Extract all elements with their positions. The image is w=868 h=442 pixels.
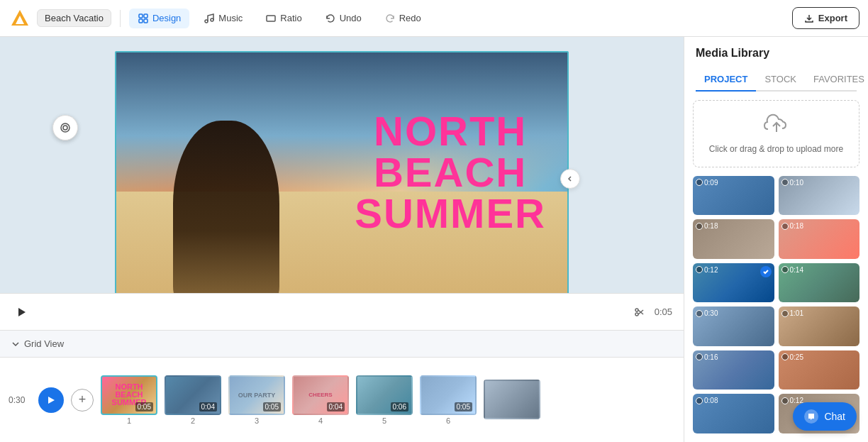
playback-bar: 0:05 — [0, 293, 684, 330]
svg-rect-8 — [267, 16, 275, 21]
media-check-5 — [760, 266, 772, 277]
upload-area[interactable]: Click or drag & drop to upload more — [693, 100, 859, 167]
design-icon — [138, 13, 149, 24]
clip-thumb-3[interactable]: OUR PARTY 0:05 — [228, 375, 285, 415]
canvas-area: NORTH BEACH SUMMER — [0, 37, 684, 293]
media-duration-9: 0:16 — [696, 353, 718, 361]
media-item-7[interactable]: 0:30 — [693, 306, 774, 346]
media-library-title: Media Library — [696, 47, 857, 60]
canvas-text: NORTH BEACH SUMMER — [355, 111, 546, 234]
svg-rect-4 — [139, 19, 143, 23]
clip-1[interactable]: NORTHBEACHSUMMER 0:05 1 — [101, 375, 157, 425]
media-duration-1: 0:09 — [696, 179, 718, 187]
logo — [9, 7, 31, 30]
svg-marker-15 — [18, 308, 26, 316]
media-item-4[interactable]: 0:18 — [779, 219, 860, 259]
chat-btn[interactable]: Chat — [793, 402, 857, 431]
media-item-3[interactable]: 0:18 — [693, 219, 774, 259]
design-btn[interactable]: Design — [129, 9, 189, 28]
media-duration-6: 0:14 — [781, 266, 803, 274]
clip-thumb-7[interactable] — [484, 380, 540, 419]
play-button-small[interactable] — [11, 302, 31, 322]
redo-icon — [384, 13, 396, 24]
media-duration-11: 0:08 — [696, 397, 718, 404]
export-icon — [804, 13, 814, 23]
media-item-8[interactable]: 1:01 — [779, 306, 860, 346]
clip-5[interactable]: 0:06 5 — [356, 375, 413, 425]
media-item-9[interactable]: 0:16 — [693, 350, 774, 390]
clip-thumb-1[interactable]: NORTHBEACHSUMMER 0:05 — [101, 375, 157, 415]
media-duration-3: 0:18 — [696, 222, 718, 230]
clip-thumb-4[interactable]: CHEERS 0:04 — [292, 375, 349, 415]
ratio-btn[interactable]: Ratio — [257, 9, 310, 28]
add-clip-btn[interactable]: + — [71, 389, 94, 411]
export-btn[interactable]: Export — [792, 7, 859, 29]
main-content: NORTH BEACH SUMMER — [0, 37, 868, 442]
tab-favorites[interactable]: FAVORITES — [805, 68, 868, 92]
grid-view-bar: Grid View — [0, 330, 684, 357]
filter-btn[interactable] — [52, 115, 78, 140]
clip-6[interactable]: 0:05 6 — [420, 375, 477, 425]
music-btn[interactable]: Music — [195, 9, 251, 28]
chat-icon — [804, 409, 818, 424]
svg-point-6 — [205, 20, 208, 23]
canvas-wrapper: NORTH BEACH SUMMER — [0, 37, 684, 293]
ratio-icon — [265, 13, 277, 24]
clip-2[interactable]: 0:04 2 — [165, 375, 221, 425]
media-item-6[interactable]: 0:14 — [779, 263, 860, 303]
upload-text: Click or drag & drop to upload more — [709, 143, 843, 155]
media-duration-5: 0:12 — [696, 266, 718, 274]
media-item-2[interactable]: 0:10 — [779, 176, 860, 216]
redo-btn[interactable]: Redo — [376, 9, 430, 28]
music-icon — [204, 13, 215, 24]
svg-rect-3 — [144, 14, 148, 18]
grid-view-toggle[interactable]: Grid View — [11, 338, 64, 349]
clip-thumb-2[interactable]: 0:04 — [165, 375, 221, 415]
timeline-time: 0:30 — [9, 395, 31, 405]
svg-point-7 — [211, 18, 213, 21]
timeline-play-btn[interactable] — [38, 387, 64, 413]
media-item-1[interactable]: 0:09 — [693, 176, 774, 216]
collapse-panel-btn[interactable] — [560, 169, 580, 189]
media-item-11[interactable]: 0:08 — [693, 394, 774, 433]
svg-rect-5 — [144, 19, 148, 23]
svg-rect-2 — [139, 14, 143, 18]
clip-thumb-6[interactable]: 0:05 — [420, 375, 477, 415]
media-item-10[interactable]: 0:25 — [779, 350, 860, 390]
media-duration-8: 1:01 — [781, 309, 803, 317]
time-display: 0:05 — [655, 306, 672, 317]
media-library-header: Media Library PROJECT STOCK FAVORITES — [684, 37, 868, 92]
tab-stock[interactable]: STOCK — [756, 68, 805, 92]
canvas-container: NORTH BEACH SUMMER — [115, 51, 569, 293]
upload-icon — [764, 112, 789, 138]
svg-point-16 — [635, 309, 638, 311]
clip-thumb-5[interactable]: 0:06 — [356, 375, 413, 415]
media-library-panel: Media Library PROJECT STOCK FAVORITES Cl… — [684, 37, 868, 442]
media-duration-10: 0:25 — [781, 353, 803, 361]
media-duration-4: 0:18 — [781, 222, 803, 230]
media-item-5[interactable]: 0:12 — [693, 263, 774, 303]
project-name-btn[interactable]: Beach Vacatio — [37, 9, 111, 27]
clip-7[interactable] — [484, 380, 540, 421]
clip-3[interactable]: OUR PARTY 0:05 3 — [228, 375, 285, 425]
topbar: Beach Vacatio Design Music Ratio Undo Re… — [0, 0, 868, 37]
divider — [120, 10, 121, 27]
canvas-video: NORTH BEACH SUMMER — [116, 53, 567, 293]
svg-point-17 — [635, 313, 638, 316]
svg-point-13 — [61, 123, 69, 132]
clip-4[interactable]: CHEERS 0:04 4 — [292, 375, 349, 425]
media-tabs: PROJECT STOCK FAVORITES — [696, 68, 857, 92]
undo-btn[interactable]: Undo — [316, 9, 370, 28]
svg-marker-20 — [48, 397, 55, 404]
svg-point-14 — [63, 126, 67, 130]
scissors-btn[interactable] — [633, 306, 646, 319]
media-duration-7: 0:30 — [696, 309, 718, 317]
tab-project[interactable]: PROJECT — [696, 68, 756, 92]
undo-icon — [325, 13, 336, 24]
timeline: 0:30 + NORTHBEACHSUMMER 0:05 1 0:04 — [0, 357, 684, 442]
media-duration-2: 0:10 — [781, 179, 803, 187]
